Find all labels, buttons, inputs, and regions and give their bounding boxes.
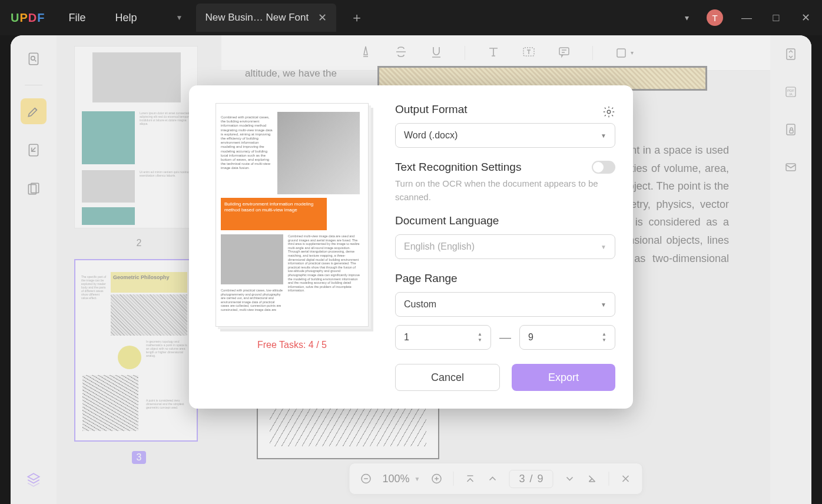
add-tab-icon[interactable]: ＋ xyxy=(350,9,363,26)
page-range-select[interactable]: Custom▼ xyxy=(395,292,615,317)
range-dash: — xyxy=(499,331,511,344)
svg-point-17 xyxy=(607,110,611,114)
output-format-select[interactable]: Word (.docx)▼ xyxy=(395,123,615,148)
modal-preview-thumbnail: Combined with practical cases, the build… xyxy=(216,103,369,327)
tab-title: New Busin… New Font xyxy=(206,12,309,24)
menu-file[interactable]: File xyxy=(68,12,85,24)
cancel-button[interactable]: Cancel xyxy=(395,364,500,391)
app-logo: UPDF xyxy=(11,11,45,25)
language-label: Document Language xyxy=(395,214,615,227)
titlebar: UPDF File Help ▼ New Busin… New Font ✕ ＋… xyxy=(0,0,822,35)
spinner-arrows-icon[interactable]: ▲▼ xyxy=(602,332,606,343)
window-close-icon[interactable]: ✕ xyxy=(800,11,811,24)
export-button[interactable]: Export xyxy=(512,364,615,391)
user-avatar[interactable]: T xyxy=(707,9,723,26)
ocr-label: Text Recognition Settings xyxy=(395,161,521,174)
preview-title: Building environment information modelin… xyxy=(221,198,327,230)
menu-help[interactable]: Help xyxy=(115,12,137,24)
export-modal: Combined with practical cases, the build… xyxy=(189,85,633,409)
output-format-label: Output Format xyxy=(395,103,468,116)
range-from-input[interactable]: 1 ▲▼ xyxy=(395,325,491,350)
range-to-input[interactable]: 9 ▲▼ xyxy=(519,325,615,350)
ocr-hint: Turn on the OCR when the document appear… xyxy=(395,177,615,204)
ocr-toggle[interactable] xyxy=(592,161,615,174)
settings-gear-icon[interactable] xyxy=(602,105,615,121)
close-tab-icon[interactable]: ✕ xyxy=(318,11,327,24)
language-select[interactable]: English (English)▼ xyxy=(395,234,615,259)
free-tasks-label: Free Tasks: 4 / 5 xyxy=(257,340,327,350)
tab-list-dropdown-icon[interactable]: ▼ xyxy=(173,11,187,25)
main-frame: Lorem ipsum dolor sit amet consectetur a… xyxy=(11,35,811,504)
chevron-down-icon[interactable]: ▾ xyxy=(685,13,689,22)
window-minimize-icon[interactable]: — xyxy=(741,12,753,24)
window-maximize-icon[interactable]: □ xyxy=(770,12,782,24)
page-range-label: Page Range xyxy=(395,272,615,285)
modal-backdrop: Combined with practical cases, the build… xyxy=(11,35,811,504)
document-tab[interactable]: New Busin… New Font ✕ xyxy=(196,4,337,32)
spinner-arrows-icon[interactable]: ▲▼ xyxy=(478,332,482,343)
